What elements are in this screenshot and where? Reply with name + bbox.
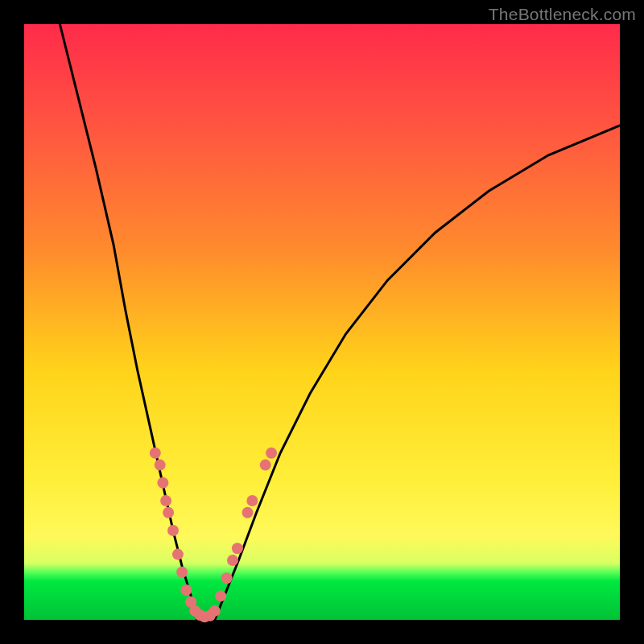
curve-right-branch	[215, 126, 620, 620]
scatter-dot	[167, 525, 179, 536]
scatter-dot	[155, 460, 166, 471]
scatter-dot	[209, 605, 221, 617]
chart-frame: TheBottleneck.com	[0, 0, 644, 644]
chart-svg	[24, 24, 620, 620]
plot-area	[24, 24, 620, 620]
scatter-dot	[221, 572, 233, 584]
scatter-dot	[242, 507, 254, 518]
scatter-dot	[176, 567, 188, 578]
scatter-dot	[180, 584, 192, 596]
scatter-dot	[266, 448, 277, 459]
scatter-dots	[150, 448, 277, 623]
watermark-text: TheBottleneck.com	[489, 5, 636, 24]
curve-lines	[60, 24, 620, 620]
scatter-dot	[215, 590, 226, 601]
scatter-dot	[163, 507, 174, 518]
scatter-dot	[157, 477, 168, 489]
scatter-dot	[172, 549, 184, 560]
scatter-dot	[260, 460, 271, 471]
scatter-dot	[227, 555, 238, 566]
scatter-dot	[150, 448, 161, 459]
scatter-dot	[160, 495, 171, 506]
scatter-dot	[232, 543, 243, 554]
scatter-dot	[246, 495, 258, 506]
